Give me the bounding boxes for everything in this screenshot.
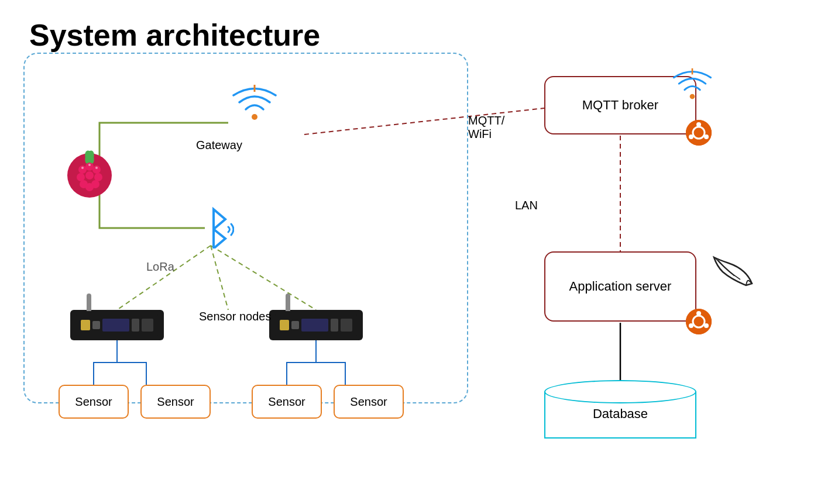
svg-point-35 xyxy=(704,323,709,328)
svg-point-25 xyxy=(690,94,695,99)
sensor-1-label: Sensor xyxy=(75,395,112,409)
page-title: System architecture xyxy=(0,0,838,58)
raspberry-pi-icon xyxy=(63,149,116,213)
mqtt-wifi-label: MQTT/WiFi xyxy=(468,114,504,141)
svg-point-15 xyxy=(77,173,85,181)
gateway-wifi-icon xyxy=(231,85,278,128)
svg-point-11 xyxy=(87,151,92,163)
sensor-box-3: Sensor xyxy=(252,385,322,419)
app-server-box: Application server xyxy=(544,251,696,322)
bluetooth-icon xyxy=(193,205,234,251)
sensor-node-board-2 xyxy=(269,310,363,340)
lora-label: LoRa xyxy=(146,260,174,274)
app-server-label: Application server xyxy=(569,279,672,294)
svg-point-17 xyxy=(94,173,102,181)
svg-point-21 xyxy=(81,167,84,169)
svg-point-29 xyxy=(696,122,701,127)
chirpstack-icon xyxy=(711,251,758,300)
svg-point-22 xyxy=(88,164,91,166)
sensor-4-label: Sensor xyxy=(350,395,387,409)
svg-point-16 xyxy=(85,171,94,179)
svg-point-30 xyxy=(704,134,709,139)
sensor-2-label: Sensor xyxy=(157,395,194,409)
svg-point-6 xyxy=(252,114,257,120)
database-label: Database xyxy=(544,406,696,422)
sensor-3-label: Sensor xyxy=(268,395,305,409)
sensor-box-4: Sensor xyxy=(334,385,404,419)
gateway-label: Gateway xyxy=(196,139,242,152)
ubuntu-icon-mqtt xyxy=(686,120,712,146)
sensor-box-1: Sensor xyxy=(59,385,129,419)
lan-label: LAN xyxy=(515,199,538,212)
svg-point-23 xyxy=(95,167,98,169)
svg-point-20 xyxy=(85,183,94,191)
mqtt-broker-wifi-icon xyxy=(672,67,713,108)
database-box: Database xyxy=(544,380,696,444)
sensor-box-2: Sensor xyxy=(140,385,211,419)
svg-point-36 xyxy=(689,323,693,328)
mqtt-broker-label: MQTT broker xyxy=(582,98,658,113)
sensor-nodes-label: Sensor nodes xyxy=(199,310,271,323)
svg-point-34 xyxy=(696,311,701,316)
svg-point-31 xyxy=(689,134,693,139)
ubuntu-icon-app xyxy=(686,309,712,334)
sensor-node-board-1 xyxy=(70,310,164,340)
